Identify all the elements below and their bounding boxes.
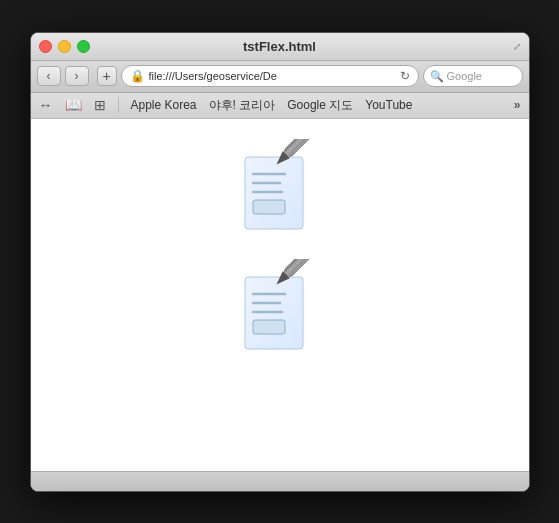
browser-window: tstFlex.html ⤢ ‹ › + 🔒 file:///Users/geo… [30,32,530,492]
close-button[interactable] [39,40,52,53]
form-icon-2 [230,259,330,359]
bookmark-apple-korea[interactable]: Apple Korea [131,98,197,112]
bookmark-youtube[interactable]: YouTube [365,98,412,112]
svg-rect-13 [253,320,285,334]
bookmarks-bar: ↔ 📖 ⊞ Apple Korea 야후! 코리아 Google 지도 YouT… [31,93,529,119]
svg-rect-4 [253,200,285,214]
back-button[interactable]: ‹ [37,66,61,86]
window-title: tstFlex.html [243,39,316,54]
add-tab-button[interactable]: + [97,66,117,86]
location-icon: 🔒 [130,69,145,83]
statusbar [31,471,529,491]
resize-icon: ⤢ [513,41,521,52]
address-bar[interactable]: 🔒 file:///Users/geoservice/De ↻ [121,65,419,87]
maximize-button[interactable] [77,40,90,53]
show-all-tabs-icon[interactable]: ⊞ [94,97,106,113]
forward-icon: › [75,69,79,83]
minimize-button[interactable] [58,40,71,53]
form-icon-1 [230,139,330,239]
traffic-lights [39,40,90,53]
svg-rect-14 [282,259,316,278]
search-icon: 🔍 [430,70,444,83]
reading-list-icon[interactable]: ↔ [39,97,53,113]
separator [118,97,119,113]
plus-icon: + [102,68,110,84]
back-icon: ‹ [47,69,51,83]
bookmark-google-maps[interactable]: Google 지도 [287,97,353,114]
more-bookmarks-button[interactable]: » [514,98,521,112]
search-bar[interactable]: 🔍 Google [423,65,523,87]
address-text: file:///Users/geoservice/De [149,70,396,82]
reader-icon[interactable]: 📖 [65,97,82,113]
navbar: ‹ › + 🔒 file:///Users/geoservice/De ↻ 🔍 … [31,61,529,93]
refresh-button[interactable]: ↻ [400,69,410,83]
content-area [31,119,529,471]
svg-rect-5 [282,139,316,158]
forward-button[interactable]: › [65,66,89,86]
titlebar: tstFlex.html ⤢ [31,33,529,61]
search-placeholder: Google [447,70,482,82]
bookmark-yahoo-korea[interactable]: 야후! 코리아 [209,97,276,114]
